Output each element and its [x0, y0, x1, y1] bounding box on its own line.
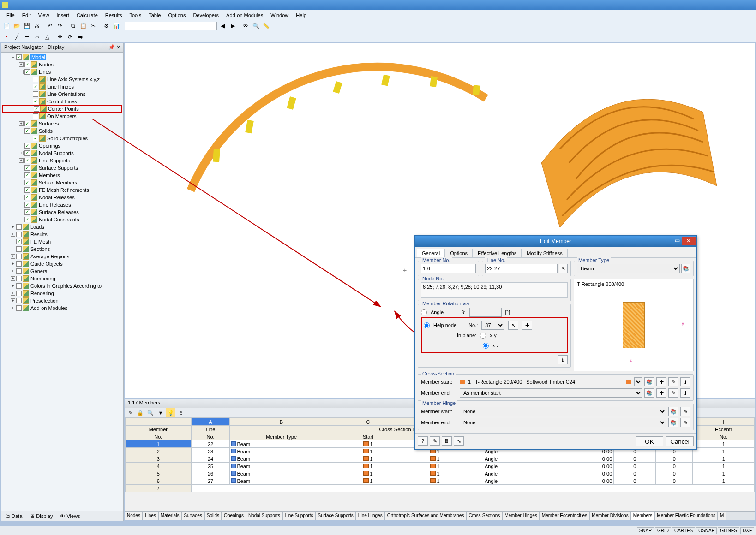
tree-item[interactable]: +Preselection — [2, 297, 122, 304]
status-glines[interactable]: GLINES — [718, 527, 739, 534]
cs-start-select[interactable] — [634, 377, 642, 386]
info-icon[interactable]: ℹ — [558, 355, 568, 364]
undo-icon[interactable]: ↶ — [45, 21, 54, 30]
tree-item[interactable]: Sections — [2, 245, 122, 253]
tbl-filter-icon[interactable]: ▼ — [156, 408, 165, 417]
status-osnap[interactable]: OSNAP — [696, 527, 717, 534]
bottom-tab[interactable]: Members — [631, 512, 655, 520]
member-no-input[interactable] — [421, 264, 476, 273]
line-no-input[interactable] — [485, 264, 557, 273]
bottom-tab[interactable]: Line Hinges — [356, 512, 385, 520]
tree-item[interactable]: ✓Line Releases — [2, 201, 122, 208]
menu-table[interactable]: Table — [145, 12, 164, 18]
nav-prev-icon[interactable]: ◀ — [218, 21, 227, 30]
bottom-tabs[interactable]: NodesLinesMaterialsSurfacesSolidsOpening… — [125, 512, 755, 520]
axes-icon[interactable]: ⤡ — [454, 436, 464, 446]
redo-icon[interactable]: ↷ — [55, 21, 65, 30]
angle-radio[interactable] — [421, 309, 427, 315]
calc-dlg-icon[interactable]: 🖩 — [442, 436, 452, 446]
bottom-tab[interactable]: Surfaces — [181, 512, 204, 520]
hinge-end-select[interactable]: None — [460, 418, 666, 427]
line-icon[interactable]: ╱ — [12, 32, 21, 42]
tree-item[interactable]: +Guide Objects — [2, 260, 122, 268]
bottom-tab[interactable]: Member Hinges — [502, 512, 540, 520]
measure-icon[interactable]: 📏 — [261, 21, 270, 30]
tree-item[interactable]: On Members — [2, 113, 122, 120]
bottom-tab[interactable]: Nodes — [125, 512, 143, 520]
menu-options[interactable]: Options — [164, 12, 189, 18]
cut-icon[interactable]: ✂ — [89, 21, 98, 30]
tree-item[interactable]: +✓Nodes — [2, 61, 122, 68]
move-icon[interactable]: ✥ — [55, 32, 65, 42]
panel-pin-icon[interactable]: 📌 ✕ — [108, 44, 120, 51]
bottom-tab[interactable]: Solids — [204, 512, 222, 520]
results-icon[interactable]: 📊 — [112, 21, 121, 30]
bottom-tab[interactable]: Orthotropic Surfaces and Membranes — [385, 512, 467, 520]
tree-root[interactable]: − ✓ Model — [2, 54, 122, 61]
tree-item[interactable]: Line Axis Systems x,y,z — [2, 76, 122, 83]
nav-tab-views[interactable]: 👁 Views — [56, 512, 84, 520]
tbl-export-icon[interactable]: ⇪ — [176, 408, 186, 417]
bottom-tab[interactable]: Openings — [222, 512, 246, 520]
status-snap[interactable]: SNAP — [637, 527, 654, 534]
calc-icon[interactable]: ⚙ — [102, 21, 111, 30]
menu-file[interactable]: File — [3, 12, 18, 18]
help-icon[interactable]: ? — [418, 436, 428, 446]
status-dxf[interactable]: DXF — [740, 527, 754, 534]
new-node-icon[interactable]: ✚ — [522, 321, 532, 330]
cancel-button[interactable]: Cancel — [666, 436, 694, 446]
hinge-end-lib-icon[interactable]: 📚 — [668, 418, 678, 427]
hinge-end-edit-icon[interactable]: ✎ — [680, 418, 690, 427]
tree-item[interactable]: ✓FE Mesh Refinements — [2, 186, 122, 194]
surface-icon[interactable]: ▱ — [32, 32, 42, 42]
dlg-tab-general[interactable]: General — [417, 249, 445, 257]
nav-tab-display[interactable]: 🖥 Display — [26, 512, 56, 520]
tree-item[interactable]: +✓Line Supports — [2, 157, 122, 164]
tree-item[interactable]: ✓Nodal Constraints — [2, 216, 122, 223]
tree-item[interactable]: ✓Solids — [2, 127, 122, 135]
tbl-edit-icon[interactable]: ✎ — [126, 408, 135, 417]
menu-calculate[interactable]: Calculate — [73, 12, 102, 18]
pick-line-icon[interactable]: ↖ — [559, 264, 568, 273]
hinge-start-select[interactable]: None — [460, 407, 666, 416]
bottom-tab[interactable]: Lines — [143, 512, 158, 520]
tree-item[interactable]: +Colors in Graphics According to — [2, 282, 122, 290]
menu-window[interactable]: Window — [267, 12, 292, 18]
tree-item[interactable]: +Results — [2, 231, 122, 238]
tree-item[interactable]: ✓Surface Releases — [2, 208, 122, 216]
mirror-icon[interactable]: ⇋ — [76, 32, 85, 42]
dlg-tab-effective-lengths[interactable]: Effective Lengths — [473, 249, 522, 257]
menu-tools[interactable]: Tools — [126, 12, 145, 18]
tree-item[interactable]: ✓Line Hinges — [2, 83, 122, 90]
hinge-start-edit-icon[interactable]: ✎ — [680, 407, 690, 416]
helpnode-no-select[interactable]: 37 — [481, 321, 504, 330]
xz-radio[interactable] — [483, 343, 489, 349]
cs-end-info-icon[interactable]: ℹ — [680, 388, 690, 398]
member-icon[interactable]: ━ — [22, 32, 31, 42]
save-icon[interactable]: 💾 — [22, 21, 31, 30]
bottom-tab[interactable]: Nodal Supports — [246, 512, 282, 520]
bottom-tab[interactable]: M — [718, 512, 726, 520]
tree-item[interactable]: +General — [2, 268, 122, 275]
menu-view[interactable]: View — [35, 12, 53, 18]
load-combo[interactable] — [125, 22, 217, 30]
tree-item[interactable]: -✓Lines — [2, 68, 122, 76]
open-icon[interactable]: 📂 — [12, 21, 21, 30]
tree-item[interactable]: ✓Control Lines — [2, 98, 122, 105]
navigator-tree[interactable]: − ✓ Model +✓Nodes-✓LinesLine Axis System… — [1, 53, 123, 511]
type-lib-icon[interactable]: 📚 — [681, 264, 690, 273]
bottom-tab[interactable]: Cross-Sections — [466, 512, 502, 520]
dlg-tab-options[interactable]: Options — [445, 249, 473, 257]
tbl-lock-icon[interactable]: 🔒 — [136, 408, 145, 417]
tree-item[interactable]: Line Orientations — [2, 90, 122, 98]
tree-item[interactable]: +Average Regions — [2, 253, 122, 260]
dialog-titlebar[interactable]: Edit Member ▭ ✕ — [415, 236, 696, 247]
tree-item[interactable]: +Add-on Modules — [2, 304, 122, 312]
paste-icon[interactable]: 📋 — [78, 21, 88, 30]
tree-item[interactable]: ✓Solid Orthotropies — [2, 135, 122, 142]
member-type-select[interactable]: Beam — [577, 264, 680, 273]
view-icon[interactable]: 👁 — [241, 21, 250, 30]
cs-edit-icon[interactable]: ✎ — [668, 377, 678, 386]
menu-insert[interactable]: Insert — [53, 12, 73, 18]
support-icon[interactable]: △ — [42, 32, 52, 42]
